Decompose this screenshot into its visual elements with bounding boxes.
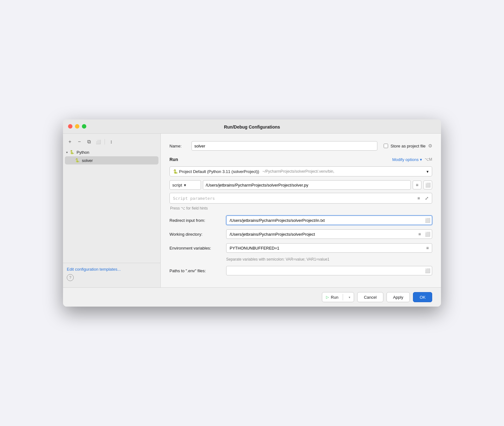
tree-section: ▾ 🐍 Python 🐍 solver — [63, 148, 160, 263]
dialog-title: Run/Debug Configurations — [224, 124, 280, 130]
script-path-input[interactable] — [203, 180, 411, 190]
params-document-button[interactable]: ≡ — [415, 195, 422, 202]
params-input[interactable] — [169, 193, 432, 204]
close-button[interactable] — [68, 124, 72, 129]
run-sep — [343, 294, 343, 300]
paths-env-label: Paths to ".env" files: — [169, 268, 226, 273]
script-document-button[interactable]: ≡ — [413, 181, 421, 189]
document-icon: ≡ — [418, 232, 421, 237]
document-icon: ≡ — [426, 245, 429, 250]
minimize-button[interactable] — [75, 124, 79, 129]
working-dir-label: Working directory: — [169, 232, 226, 237]
run-section-header: Run Modify options ▾ ⌥M — [169, 157, 432, 162]
expand-icon: ⤢ — [425, 196, 429, 201]
folder-icon: ⬜ — [425, 182, 431, 187]
store-project-checkbox[interactable] — [384, 144, 388, 148]
store-project-area: Store as project file ⚙ — [384, 143, 432, 149]
working-dir-input[interactable] — [226, 229, 432, 239]
bottom-bar: ▷ Run ▾ Cancel Apply OK — [63, 287, 441, 307]
script-folder-button[interactable]: ⬜ — [423, 181, 432, 189]
sidebar: + − ⧉ ⬜ ↕ ▾ 🐍 P — [63, 134, 161, 287]
tree-group-label: Python — [77, 150, 89, 155]
params-row: ≡ ⤢ — [169, 193, 432, 204]
maximize-button[interactable] — [82, 124, 86, 129]
interpreter-path: ~/PycharmProjects/solverProject/.venv/bi… — [262, 169, 334, 174]
sort-button[interactable]: ↕ — [107, 138, 115, 146]
env-vars-hint: Separate variables with semicolon: VAR=v… — [226, 257, 432, 262]
play-icon: ▷ — [326, 295, 329, 299]
paths-env-input[interactable] — [226, 266, 432, 275]
interpreter-display: 🐍 Project Default (Python 3.11 (solverPr… — [173, 169, 259, 174]
copy-config-button[interactable]: ⧉ — [85, 138, 93, 146]
interpreter-dropdown[interactable]: 🐍 Project Default (Python 3.11 (solverPr… — [169, 166, 432, 176]
ok-button[interactable]: OK — [413, 292, 432, 302]
redirect-input-label: Redirect input from: — [169, 218, 226, 223]
env-vars-row: Environment variables: ≡ — [169, 243, 432, 253]
store-project-label: Store as project file — [391, 144, 426, 148]
redirect-input-field[interactable] — [226, 216, 432, 225]
field-hint: Press ⌥ for field hints — [169, 206, 432, 210]
run-section-title: Run — [169, 157, 178, 162]
working-dir-document-button[interactable]: ≡ — [416, 231, 423, 238]
run-dropdown-arrow[interactable]: ▾ — [345, 296, 354, 299]
folder-icon: ⬜ — [425, 218, 430, 223]
new-folder-button[interactable]: ⬜ — [94, 138, 102, 146]
working-dir-folder-button[interactable]: ⬜ — [424, 231, 431, 238]
cancel-button[interactable]: Cancel — [357, 292, 383, 302]
python-group-icon: 🐍 — [69, 149, 75, 155]
env-vars-document-button[interactable]: ≡ — [424, 245, 431, 251]
edit-templates-link[interactable]: Edit configuration templates... — [67, 267, 121, 272]
tree-group-python[interactable]: ▾ 🐍 Python — [63, 148, 160, 156]
modify-options-button[interactable]: Modify options ▾ — [392, 157, 422, 162]
chevron-down-icon: ▾ — [66, 151, 68, 154]
sidebar-footer: Edit configuration templates... ? — [63, 263, 160, 285]
name-label: Name: — [169, 144, 192, 148]
gear-icon[interactable]: ⚙ — [428, 143, 432, 149]
title-bar: Run/Debug Configurations — [63, 119, 441, 134]
name-row: Name: Store as project file ⚙ — [169, 141, 432, 151]
folder-icon: ⬜ — [425, 268, 430, 273]
sidebar-toolbar: + − ⧉ ⬜ ↕ — [63, 136, 160, 148]
script-type-label: script — [172, 183, 182, 187]
paths-env-row: Paths to ".env" files: ⬜ — [169, 266, 432, 275]
name-input[interactable] — [192, 141, 377, 151]
working-dir-row: Working directory: ≡ ⬜ — [169, 229, 432, 239]
toolbar-separator — [105, 139, 105, 145]
script-row: script ▾ ≡ ⬜ — [169, 180, 432, 190]
script-type-dropdown[interactable]: script ▾ — [169, 180, 201, 190]
interpreter-row: 🐍 Project Default (Python 3.11 (solverPr… — [169, 166, 432, 176]
run-label: Run — [331, 295, 341, 300]
redirect-folder-button[interactable]: ⬜ — [424, 217, 431, 224]
params-expand-button[interactable]: ⤢ — [423, 195, 430, 202]
run-button[interactable]: ▷ Run ▾ — [322, 292, 354, 302]
add-config-button[interactable]: + — [66, 138, 74, 146]
redirect-input-row: Redirect input from: ⬜ — [169, 216, 432, 225]
traffic-lights — [68, 124, 86, 129]
content-area: + − ⧉ ⬜ ↕ ▾ 🐍 P — [63, 134, 441, 287]
env-vars-label: Environment variables: — [169, 246, 226, 250]
remove-config-button[interactable]: − — [76, 138, 83, 146]
folder-icon: ⬜ — [425, 232, 430, 237]
chevron-down-icon: ▾ — [184, 183, 186, 187]
chevron-down-icon: ▾ — [427, 169, 429, 174]
run-debug-dialog: Run/Debug Configurations + − ⧉ ⬜ — [63, 119, 441, 307]
document-icon: ≡ — [416, 182, 418, 187]
apply-button[interactable]: Apply — [387, 292, 410, 302]
tree-item-solver[interactable]: 🐍 solver — [65, 156, 158, 164]
paths-env-folder-button[interactable]: ⬜ — [424, 267, 431, 274]
main-panel: Name: Store as project file ⚙ Run Modify… — [161, 134, 441, 287]
tree-item-label: solver — [82, 158, 93, 163]
document-icon: ≡ — [417, 196, 420, 201]
env-vars-input[interactable] — [226, 243, 432, 253]
help-button[interactable]: ? — [67, 274, 74, 281]
modify-shortcut-hint: ⌥M — [425, 157, 432, 162]
solver-icon: 🐍 — [74, 158, 80, 163]
